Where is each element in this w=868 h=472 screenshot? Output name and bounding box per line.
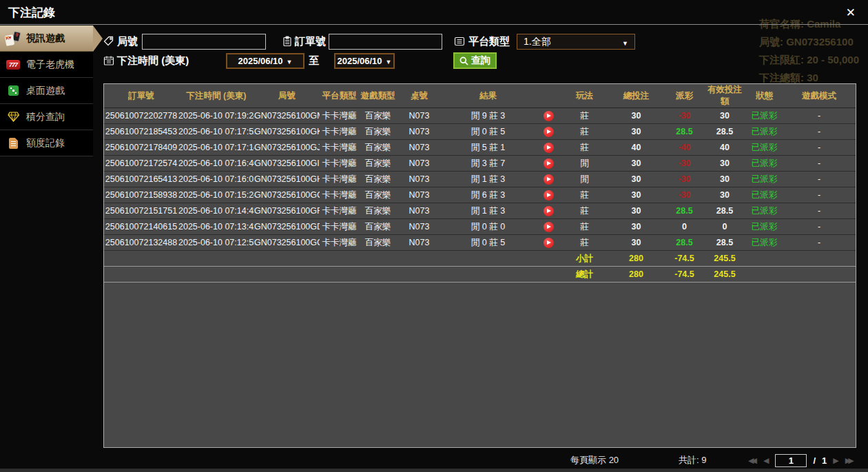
cell-round-no: GN073256100GM [254, 108, 320, 124]
sidebar-item-credit-records[interactable]: 額度記錄 [0, 130, 93, 156]
cell-platform: 卡卡灣廳 [320, 108, 359, 124]
prev-page-icon[interactable]: ◀ [763, 452, 769, 469]
cell-result: 閒 3 莊 7 [442, 156, 535, 172]
cell-empty [535, 267, 562, 283]
cell-game-mode: - [783, 124, 856, 140]
play-video-icon[interactable] [544, 158, 554, 169]
cell-game-mode: - [783, 156, 856, 172]
page-total: 1 [822, 455, 827, 466]
cell-empty [442, 251, 535, 267]
playing-cards-icon [6, 32, 21, 45]
last-page-icon[interactable]: ▶▶ [845, 452, 854, 469]
sidebar-item-table-games[interactable]: 桌面遊戲 [0, 78, 93, 104]
page-input[interactable] [775, 454, 807, 467]
play-video-icon[interactable] [544, 222, 554, 232]
cell-game-type: 百家樂 [359, 203, 397, 219]
cell-bet-time: 2025-06-10 07:12:55 [178, 235, 254, 251]
sidebar-item-video-games[interactable]: 視訊遊戲 [0, 25, 93, 52]
cell-valid-bet: 0 [703, 219, 746, 235]
cell-status: 已派彩 [746, 203, 783, 219]
cell-game-mode: - [783, 235, 856, 251]
cell-round-no: GN073256100GG [254, 187, 320, 203]
play-video-icon[interactable] [544, 206, 554, 216]
cell-bet-time: 2025-06-10 07:14:45 [178, 203, 254, 219]
subtotal-row-label: 小計 [562, 251, 607, 267]
page-separator: / [813, 455, 816, 466]
cell-play: 閒 [562, 172, 607, 187]
date-to-picker[interactable]: 2025/06/10 [334, 53, 395, 69]
cell-result: 閒 1 莊 3 [442, 172, 535, 187]
play-video-icon[interactable] [544, 143, 554, 153]
cell-payout: -30 [665, 108, 703, 124]
col-table-no: 桌號 [397, 84, 442, 108]
slot-777-icon [6, 60, 21, 70]
cell-table-no: N073 [397, 108, 442, 124]
cell-order-no: 250610072132488 [104, 235, 178, 251]
cell-status: 已派彩 [746, 124, 783, 140]
platform-type-select[interactable]: 1.全部 [517, 34, 635, 50]
cell-table-no: N073 [397, 172, 442, 187]
sidebar-item-label: 電子老虎機 [26, 59, 74, 71]
cell-game-type: 百家樂 [359, 156, 397, 172]
first-page-icon[interactable]: ◀◀ [748, 452, 757, 469]
cell-status: 已派彩 [746, 156, 783, 172]
order-no-input[interactable] [329, 34, 442, 50]
cell-total-bet: 30 [607, 219, 665, 235]
total-count-label: 共計: [679, 455, 699, 465]
col-bet-time: 下注時間 (美東) [178, 84, 254, 108]
cell-valid-bet: 30 [703, 172, 746, 187]
cell-payout: -40 [665, 140, 703, 156]
table-row: 2506100721654132025-06-10 07:16:01GN0732… [104, 172, 856, 187]
table-header-row: 訂單號 下注時間 (美東) 局號 平台類型 遊戲類型 桌號 結果 玩法 總投注 … [104, 84, 856, 108]
chevron-down-icon [287, 56, 293, 66]
date-from-value: 2025/06/10 [238, 56, 283, 66]
cell-video [535, 124, 562, 140]
sidebar: 視訊遊戲 電子老虎機 桌面遊戲 積分查詢 額度記錄 [0, 25, 93, 156]
search-button[interactable]: 查詢 [453, 52, 497, 69]
sidebar-item-points-inquiry[interactable]: 積分查詢 [0, 104, 93, 130]
table-row: 2506100721324882025-06-10 07:12:55GN0732… [104, 235, 856, 251]
cell-order-no: 250610072185453 [104, 124, 178, 140]
cell-table-no: N073 [397, 140, 442, 156]
chevron-down-icon [622, 37, 628, 48]
cell-total-bet: 30 [607, 203, 665, 219]
cell-payout: 28.5 [665, 203, 703, 219]
cell-platform: 卡卡灣廳 [320, 235, 359, 251]
next-page-icon[interactable]: ▶ [833, 452, 838, 469]
diamond-icon [6, 112, 21, 122]
cell-game-type: 百家樂 [359, 172, 397, 187]
cell-video [535, 172, 562, 187]
pager: ◀◀ ◀ / 1 ▶ ▶▶ [748, 452, 854, 469]
cell-empty [104, 267, 178, 283]
cell-game-type: 百家樂 [359, 219, 397, 235]
date-from-picker[interactable]: 2025/06/10 [226, 53, 304, 69]
cell-table-no: N073 [397, 219, 442, 235]
cell-platform: 卡卡灣廳 [320, 172, 359, 187]
cell-empty [254, 267, 320, 283]
cell-bet-time: 2025-06-10 07:17:52 [178, 124, 254, 140]
bet-records-dialog: 荷官名稱: Camila 局號: GN073256100 下注限紅: 20 - … [0, 0, 868, 472]
close-icon[interactable]: ✕ [846, 6, 856, 20]
cell-empty [746, 267, 783, 283]
round-no-label: 局號 [117, 35, 138, 48]
cell-video [535, 235, 562, 251]
play-video-icon[interactable] [544, 190, 554, 201]
col-game-mode: 遊戲模式 [783, 84, 856, 108]
play-video-icon[interactable] [544, 238, 554, 248]
platform-type-label: 平台類型 [468, 35, 510, 48]
cell-result: 閒 6 莊 3 [442, 187, 535, 203]
cell-play: 莊 [562, 203, 607, 219]
cell-play: 莊 [562, 219, 607, 235]
order-no-label: 訂單號 [295, 35, 326, 48]
play-video-icon[interactable] [544, 174, 554, 185]
cell-platform: 卡卡灣廳 [320, 140, 359, 156]
cell-result: 閒 5 莊 1 [442, 140, 535, 156]
cell-platform: 卡卡灣廳 [320, 156, 359, 172]
cell-valid-bet: 28.5 [703, 235, 746, 251]
play-video-icon[interactable] [544, 127, 554, 137]
play-video-icon[interactable] [544, 111, 554, 121]
sidebar-item-slots[interactable]: 電子老虎機 [0, 52, 93, 78]
cell-valid-bet: 30 [703, 156, 746, 172]
cell-payout: -30 [665, 187, 703, 203]
round-no-input[interactable] [142, 34, 266, 50]
